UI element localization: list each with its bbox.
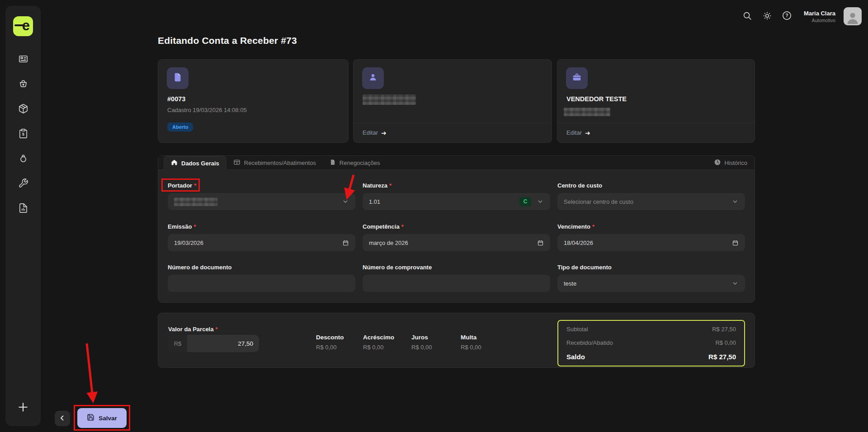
numero-comprovante-label: Número de comprovante [363, 263, 550, 271]
field-vencimento: Vencimento* 18/04/2026 [557, 223, 745, 251]
annotation-arrow-save [81, 340, 106, 408]
chevron-down-icon [342, 198, 349, 205]
vencimento-date-input[interactable]: 18/04/2026 [557, 234, 745, 251]
history-button[interactable]: Histórico [714, 156, 747, 169]
seller-card: VENDEDOR TESTE Editar ➜ [557, 59, 755, 143]
chevron-down-icon [731, 280, 739, 287]
app-logo[interactable]: e [13, 16, 33, 36]
table-grid-icon [233, 159, 241, 167]
valor-parcela-label: Valor da Parcela* [168, 326, 218, 333]
avatar[interactable] [844, 7, 862, 25]
natureza-value: 1.01 [369, 198, 380, 205]
competencia-label: Competência* [363, 223, 550, 230]
tab-recebimentos[interactable]: Recebimentos/Abatimentos [226, 156, 323, 169]
money-bag-icon [18, 153, 28, 165]
fee-label: Juros [411, 334, 432, 341]
sidebar-item-tools[interactable] [18, 178, 28, 189]
help-button[interactable]: ? [781, 10, 793, 22]
seller-edit-button[interactable]: Editar ➜ [557, 122, 755, 142]
user-name: Maria Clara [804, 10, 835, 17]
briefcase-icon [572, 72, 582, 84]
tab-dados-gerais[interactable]: Dados Gerais [164, 156, 226, 170]
file-icon [173, 72, 183, 84]
sidebar-item-billing[interactable]: $ [18, 129, 28, 140]
client-edit-button[interactable]: Editar ➜ [354, 122, 552, 142]
portador-label: Portador* [168, 182, 355, 189]
totals-panel: Valor da Parcela* R$ 27,50 Desconto R$ 0… [158, 313, 755, 368]
emissao-date-input[interactable]: 19/03/2026 [168, 234, 355, 251]
arrow-right-icon: ➜ [381, 129, 387, 136]
file-icon [330, 159, 336, 167]
tab-bar: Dados Gerais Recebimentos/Abatimentos Re… [158, 156, 755, 170]
summary-box: SubtotalR$ 27,50 Recebido/AbatidoR$ 0,00… [557, 320, 745, 366]
field-numero-comprovante: Número de comprovante [363, 263, 550, 292]
invoice-clipboard-icon: $ [18, 128, 28, 140]
calendar-icon [732, 239, 739, 246]
fee-value: R$ 0,00 [411, 344, 432, 351]
numero-documento-input[interactable] [168, 275, 355, 292]
svg-text:?: ? [786, 13, 788, 18]
user-info[interactable]: Maria Clara Automotivo [804, 10, 835, 23]
person-icon [368, 72, 378, 84]
sidebar-nav: $ [18, 54, 28, 214]
report-file-icon [18, 203, 28, 215]
redacted-portador-value [174, 197, 217, 206]
centro-custo-select[interactable]: Selecionar centro de custo [557, 193, 745, 210]
topbar: ? Maria Clara Automotivo [741, 7, 862, 25]
dados-gerais-form: Portador* Natureza* 1.01 C [158, 170, 755, 302]
valor-parcela-input[interactable]: R$ 27,50 [168, 335, 259, 352]
sidebar-item-contacts[interactable] [18, 54, 28, 65]
credit-badge: C [519, 197, 531, 207]
app-screen: e $ [0, 0, 868, 432]
back-button[interactable] [55, 411, 70, 426]
field-centro-custo: Centro de custo Selecionar centro de cus… [557, 182, 745, 210]
sidebar-item-reports[interactable] [18, 203, 28, 214]
sidebar-item-finance[interactable] [18, 154, 28, 164]
theme-toggle-button[interactable] [761, 10, 773, 22]
emissao-value: 19/03/2026 [174, 239, 203, 246]
redacted-client-name [363, 94, 416, 105]
tipo-documento-label: Tipo de documento [557, 263, 745, 271]
sidebar: e $ [5, 6, 41, 426]
numero-comprovante-input[interactable] [363, 275, 550, 292]
received-row: Recebido/AbatidoR$ 0,00 [566, 339, 736, 346]
fee-value: R$ 0,00 [316, 344, 344, 351]
fee-label: Desconto [316, 334, 344, 341]
details-panel: Dados Gerais Recebimentos/Abatimentos Re… [158, 155, 755, 303]
package-icon [18, 103, 28, 115]
competencia-date-input[interactable]: março de 2026 [363, 234, 550, 251]
calendar-icon [537, 239, 544, 246]
edit-label: Editar [566, 129, 582, 136]
sidebar-item-sales[interactable] [18, 79, 28, 90]
competencia-value: março de 2026 [369, 239, 408, 246]
seller-icon-tile [566, 67, 588, 89]
history-label: Histórico [724, 160, 747, 166]
sidebar-add-button[interactable] [16, 401, 30, 414]
client-icon-tile [362, 67, 384, 89]
tab-renegociacoes[interactable]: Renegociações [323, 156, 387, 169]
portador-select[interactable] [168, 193, 355, 210]
currency-prefix: R$ [168, 335, 187, 352]
arrow-right-icon: ➜ [585, 129, 590, 136]
save-button[interactable]: Salvar [77, 408, 127, 428]
centro-custo-label: Centro de custo [557, 182, 745, 189]
chevron-down-icon [537, 198, 544, 205]
vencimento-value: 18/04/2026 [564, 239, 593, 246]
status-badge: Aberto [167, 122, 193, 131]
fee-acrescimo: Acréscimo R$ 0,00 [363, 334, 394, 351]
search-icon [742, 11, 752, 22]
search-button[interactable] [741, 10, 753, 22]
field-tipo-documento: Tipo de documento teste [557, 263, 745, 292]
home-icon [171, 159, 178, 167]
shopping-basket-icon [18, 79, 28, 90]
document-registered: Cadastro 19/03/2026 14:08:05 [167, 107, 247, 113]
sidebar-item-products[interactable] [18, 104, 28, 115]
natureza-select[interactable]: 1.01 C [363, 193, 550, 210]
svg-text:$: $ [22, 132, 24, 136]
vencimento-label: Vencimento* [557, 223, 745, 230]
field-competencia: Competência* março de 2026 [363, 223, 550, 251]
tipo-documento-select[interactable]: teste [557, 275, 745, 292]
fee-juros: Juros R$ 0,00 [411, 334, 432, 351]
redacted-seller-info [564, 108, 610, 116]
edit-label: Editar [363, 129, 378, 136]
